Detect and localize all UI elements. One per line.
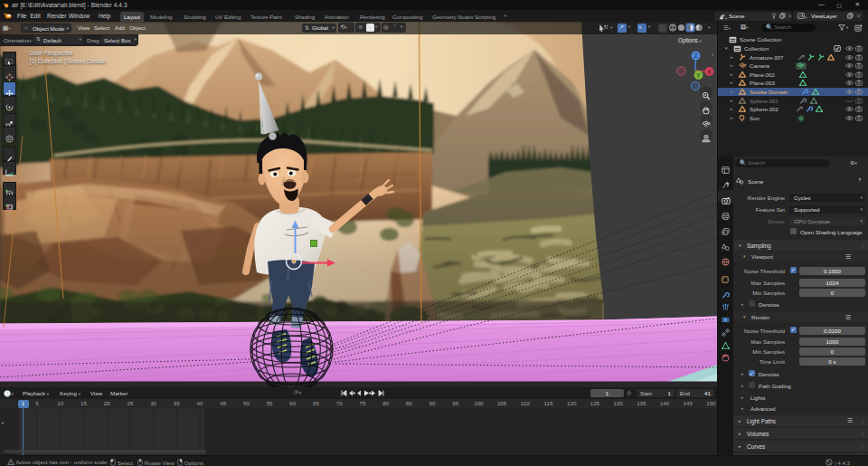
svg-text:Y: Y	[696, 72, 701, 79]
svg-text:X: X	[707, 69, 712, 75]
svg-text:Z: Z	[694, 52, 698, 59]
